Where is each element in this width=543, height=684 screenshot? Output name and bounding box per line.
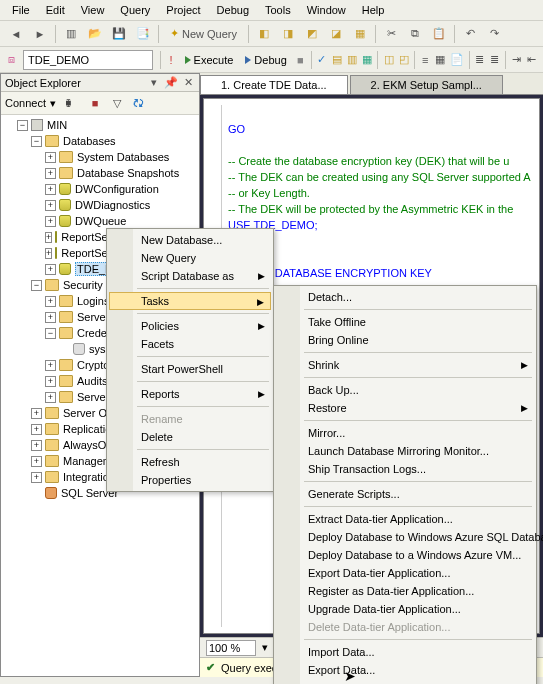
database-combo[interactable]	[23, 50, 153, 70]
cut-icon[interactable]: ✂	[380, 23, 402, 45]
submenu-arrow-icon: ▶	[258, 389, 265, 399]
tab-strip: 1. Create TDE Data... 2. EKM Setup Sampl…	[200, 73, 543, 95]
tree-db[interactable]: +DWDiagnostics	[1, 197, 199, 213]
change-conn-icon[interactable]: ⧇	[5, 49, 18, 71]
ctx-start-powershell[interactable]: Start PowerShell	[109, 360, 271, 378]
zoom-combo[interactable]	[206, 640, 256, 656]
tree-databases[interactable]: −Databases	[1, 133, 199, 149]
tree-folder[interactable]: +System Databases	[1, 149, 199, 165]
ctx-restore[interactable]: Restore▶	[276, 399, 534, 417]
ctx-ship-logs[interactable]: Ship Transaction Logs...	[276, 460, 534, 478]
results-grid-icon[interactable]: ▦	[434, 49, 447, 71]
ctx-register-dacpac[interactable]: Register as Data-tier Application...	[276, 582, 534, 600]
filter-icon[interactable]: ▽	[108, 94, 126, 112]
autohide-icon[interactable]: 📌	[164, 76, 178, 89]
tree-db[interactable]: +DWQueue	[1, 213, 199, 229]
ctx-extract-dacpac[interactable]: Extract Data-tier Application...	[276, 510, 534, 528]
menu-file[interactable]: File	[4, 2, 38, 18]
menu-view[interactable]: View	[73, 2, 113, 18]
indent-icon[interactable]: ⇥	[510, 49, 523, 71]
ctx-mirror[interactable]: Mirror...	[276, 424, 534, 442]
folder-icon	[45, 279, 59, 291]
results-text-icon[interactable]: ≡	[419, 49, 432, 71]
ctx-export-data[interactable]: Export Data...	[276, 661, 534, 679]
menu-query[interactable]: Query	[112, 2, 158, 18]
nav-fwd-icon[interactable]: ►	[29, 23, 51, 45]
ctx-export-dacpac[interactable]: Export Data-tier Application...	[276, 564, 534, 582]
close-panel-icon[interactable]: ✕	[181, 76, 195, 89]
save-all-icon[interactable]: 📑	[132, 23, 154, 45]
intellisense-icon[interactable]: ▦	[360, 49, 373, 71]
tree-db[interactable]: +DWConfiguration	[1, 181, 199, 197]
ctx-generate-scripts[interactable]: Generate Scripts...	[276, 485, 534, 503]
dropdown-icon[interactable]: ▾	[50, 97, 56, 110]
ctx-deploy-azure-vm[interactable]: Deploy Database to a Windows Azure VM...	[276, 546, 534, 564]
results-file-icon[interactable]: 📄	[449, 49, 465, 71]
include-stats-icon[interactable]: ◰	[397, 49, 410, 71]
ctx-policies[interactable]: Policies▶	[109, 317, 271, 335]
ctx-take-offline[interactable]: Take Offline	[276, 313, 534, 331]
tab-ekm-setup[interactable]: 2. EKM Setup Sampl...	[350, 75, 503, 94]
menu-debug[interactable]: Debug	[209, 2, 257, 18]
analysis-icon[interactable]: ◨	[277, 23, 299, 45]
debug-button[interactable]: Debug	[239, 52, 292, 68]
refresh-icon[interactable]: 🗘	[130, 94, 148, 112]
undo-icon[interactable]: ↶	[459, 23, 481, 45]
ctx-refresh[interactable]: Refresh	[109, 453, 271, 471]
new-project-icon[interactable]: ▥	[60, 23, 82, 45]
ctx-script-db-as[interactable]: Script Database as▶	[109, 267, 271, 285]
ctx-launch-mirroring[interactable]: Launch Database Mirroring Monitor...	[276, 442, 534, 460]
ctx-tasks[interactable]: Tasks▶	[109, 292, 271, 310]
stop-icon[interactable]: ■	[86, 94, 104, 112]
exec-exclaim-icon[interactable]: !	[165, 49, 178, 71]
folder-icon	[59, 359, 73, 371]
parse-icon[interactable]: ✓	[315, 49, 328, 71]
menu-tools[interactable]: Tools	[257, 2, 299, 18]
menu-project[interactable]: Project	[158, 2, 208, 18]
dmx-icon[interactable]: ◪	[325, 23, 347, 45]
execute-button[interactable]: Execute	[179, 52, 240, 68]
new-query-button[interactable]: ✦ New Query	[163, 23, 244, 45]
xmla-icon[interactable]: ▦	[349, 23, 371, 45]
ctx-properties[interactable]: Properties	[109, 471, 271, 489]
zoom-dropdown-icon[interactable]: ▾	[262, 641, 268, 654]
ctx-reports[interactable]: Reports▶	[109, 385, 271, 403]
save-icon[interactable]: 💾	[108, 23, 130, 45]
tree-folder[interactable]: +Database Snapshots	[1, 165, 199, 181]
disconnect-icon[interactable]: ⧯	[60, 94, 78, 112]
ctx-deploy-azure-sql[interactable]: Deploy Database to Windows Azure SQL Dat…	[276, 528, 534, 546]
ctx-shrink[interactable]: Shrink▶	[276, 356, 534, 374]
open-icon[interactable]: 📂	[84, 23, 106, 45]
outdent-icon[interactable]: ⇤	[525, 49, 538, 71]
ctx-new-query[interactable]: New Query	[109, 249, 271, 267]
ctx-bring-online[interactable]: Bring Online	[276, 331, 534, 349]
mdx-icon[interactable]: ◩	[301, 23, 323, 45]
ctx-delete[interactable]: Delete	[109, 428, 271, 446]
estimated-plan-icon[interactable]: ▤	[330, 49, 343, 71]
pin-icon[interactable]: ▾	[147, 76, 161, 89]
query-options-icon[interactable]: ▥	[345, 49, 358, 71]
comment-icon[interactable]: ≣	[473, 49, 486, 71]
tab-create-tde[interactable]: 1. Create TDE Data...	[200, 75, 348, 94]
copy-icon[interactable]: ⧉	[404, 23, 426, 45]
ctx-import-data[interactable]: Import Data...	[276, 643, 534, 661]
database-icon	[55, 247, 57, 259]
ctx-detach[interactable]: Detach...	[276, 288, 534, 306]
database-icon	[59, 199, 71, 211]
menu-edit[interactable]: Edit	[38, 2, 73, 18]
ctx-copy-database[interactable]: Copy Database...	[276, 679, 534, 684]
menu-window[interactable]: Window	[299, 2, 354, 18]
ctx-facets[interactable]: Facets	[109, 335, 271, 353]
menu-help[interactable]: Help	[354, 2, 393, 18]
redo-icon[interactable]: ↷	[483, 23, 505, 45]
ctx-upgrade-dacpac[interactable]: Upgrade Data-tier Application...	[276, 600, 534, 618]
paste-icon[interactable]: 📋	[428, 23, 450, 45]
ctx-backup[interactable]: Back Up...	[276, 381, 534, 399]
connect-dropdown[interactable]: Connect	[5, 97, 46, 109]
include-plan-icon[interactable]: ◫	[382, 49, 395, 71]
uncomment-icon[interactable]: ≣	[488, 49, 501, 71]
nav-back-icon[interactable]: ◄	[5, 23, 27, 45]
ctx-new-database[interactable]: New Database...	[109, 231, 271, 249]
tree-server[interactable]: −MIN	[1, 117, 199, 133]
db-engine-icon[interactable]: ◧	[253, 23, 275, 45]
